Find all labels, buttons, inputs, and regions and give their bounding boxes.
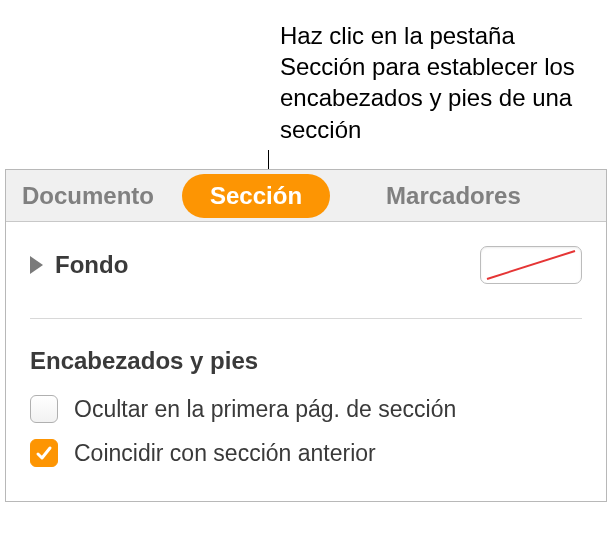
tab-document[interactable]: Documento xyxy=(6,170,182,221)
svg-line-0 xyxy=(487,251,575,279)
tab-bar: Documento Sección Marcadores xyxy=(6,170,606,222)
background-label: Fondo xyxy=(55,251,128,279)
tab-bookmarks[interactable]: Marcadores xyxy=(366,170,541,221)
section-tab-content: Fondo Encabezados y pies Ocultar en la p… xyxy=(6,222,606,501)
chevron-right-icon xyxy=(30,256,43,274)
hide-first-page-checkbox[interactable] xyxy=(30,395,58,423)
match-previous-label: Coincidir con sección anterior xyxy=(74,440,376,467)
hide-first-page-row: Ocultar en la primera pág. de sección xyxy=(30,395,582,423)
match-previous-row: Coincidir con sección anterior xyxy=(30,439,582,467)
background-color-well[interactable] xyxy=(480,246,582,284)
tab-section[interactable]: Sección xyxy=(182,174,330,218)
match-previous-checkbox[interactable] xyxy=(30,439,58,467)
hide-first-page-label: Ocultar en la primera pág. de sección xyxy=(74,396,456,423)
callout-text: Haz clic en la pestaña Sección para esta… xyxy=(280,20,590,145)
inspector-panel: Documento Sección Marcadores Fondo Encab… xyxy=(5,169,607,502)
headers-footers-title: Encabezados y pies xyxy=(30,347,582,375)
background-disclosure[interactable]: Fondo xyxy=(30,251,128,279)
background-row: Fondo xyxy=(30,246,582,319)
